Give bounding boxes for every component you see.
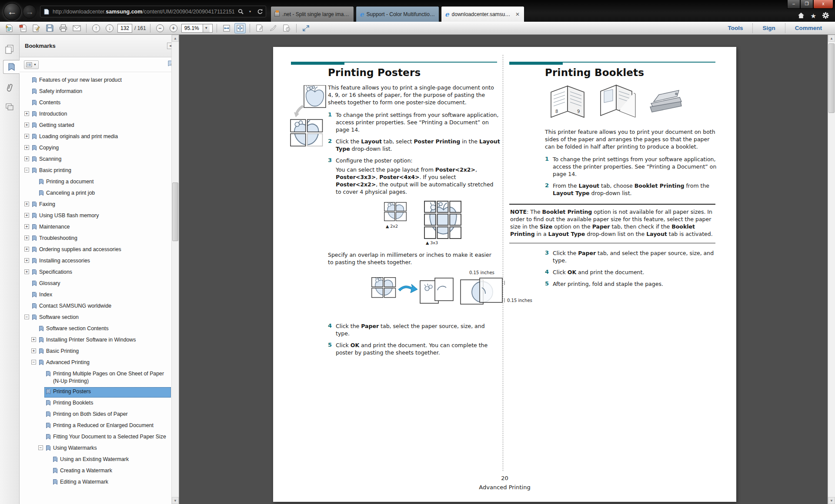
page-number-input[interactable]	[117, 24, 132, 33]
favorites-star-icon[interactable]: ★	[811, 12, 816, 20]
expand-icon[interactable]: +	[24, 202, 29, 206]
bookmark-item[interactable]: Contact SAMSUNG worldwide	[20, 301, 179, 312]
bookmark-item[interactable]: Contents	[20, 97, 179, 109]
bookmark-label[interactable]: Using an Existing Watermark	[60, 456, 129, 463]
maximize-button[interactable]: ❐	[800, 0, 813, 9]
panel-button-tools[interactable]: Tools	[718, 25, 752, 31]
expand-icon[interactable]: +	[24, 145, 29, 150]
bookmark-label[interactable]: Creating a Watermark	[60, 467, 112, 474]
expand-icon[interactable]: +	[31, 337, 36, 342]
bookmark-item[interactable]: Printing Posters	[20, 386, 179, 398]
bookmark-item[interactable]: Features of your new laser product	[20, 75, 179, 86]
bookmark-item[interactable]: + Troubleshooting	[20, 233, 179, 244]
bookmark-label[interactable]: Basic printing	[39, 167, 71, 174]
minimize-button[interactable]: –	[787, 0, 800, 9]
bookmark-item[interactable]: Printing on Both Sides of Paper	[20, 409, 179, 420]
back-button[interactable]: ←	[3, 3, 21, 20]
bookmark-label[interactable]: Editing a Watermark	[60, 478, 108, 486]
bookmark-label[interactable]: Fitting Your Document to a Selected Pape…	[53, 433, 166, 441]
collapse-icon[interactable]: −	[24, 168, 29, 172]
refresh-icon[interactable]	[256, 8, 263, 15]
bookmark-item[interactable]: Printing a document	[20, 176, 179, 188]
bookmark-label[interactable]: Introduction	[39, 110, 67, 118]
bookmark-label[interactable]: Safety information	[39, 88, 82, 95]
collapse-icon[interactable]: −	[24, 315, 29, 319]
bookmark-label[interactable]: Maintenance	[39, 223, 70, 231]
scroll-up-icon[interactable]: ▲	[172, 35, 179, 42]
bookmarks-options-button[interactable]: ▼	[24, 60, 39, 69]
expand-icon[interactable]: +	[24, 156, 29, 161]
zoom-level-select[interactable]: 95.1% ▼	[181, 24, 213, 33]
zoom-dropdown-icon[interactable]: ▼	[203, 24, 210, 32]
edit-page-icon[interactable]	[30, 23, 42, 33]
bookmark-label[interactable]: Printing Booklets	[53, 399, 93, 407]
tab-title[interactable]: .net - Split single large image i...	[282, 11, 350, 17]
bookmark-item[interactable]: − Advanced Printing	[20, 357, 179, 368]
bookmark-item[interactable]: Software section Contents	[20, 323, 179, 335]
bookmark-label[interactable]: Printing a document	[46, 178, 94, 186]
settings-gear-icon[interactable]	[822, 12, 829, 20]
expand-icon[interactable]: +	[24, 224, 29, 229]
bookmark-item[interactable]: + Introduction	[20, 109, 179, 120]
bookmark-item[interactable]: Creating a Watermark	[20, 465, 179, 477]
bookmark-item[interactable]: + Loading originals and print media	[20, 131, 179, 143]
bookmark-item[interactable]: − Using Watermarks	[20, 443, 179, 454]
bookmark-label[interactable]: Getting started	[39, 122, 74, 129]
bookmark-item[interactable]: Editing a Watermark	[20, 477, 179, 488]
search-icon[interactable]	[237, 8, 244, 15]
save-icon[interactable]	[44, 23, 55, 33]
expand-icon[interactable]: +	[24, 134, 29, 139]
expand-icon[interactable]: +	[31, 348, 36, 353]
expand-icon[interactable]: +	[24, 269, 29, 274]
bookmark-label[interactable]: Index	[39, 291, 52, 298]
adobe-document-icon[interactable]	[3, 23, 15, 33]
document-history-icon[interactable]	[281, 23, 292, 33]
bookmark-item[interactable]: Glossary	[20, 278, 179, 289]
tab-close-icon[interactable]: ✕	[514, 11, 521, 17]
bookmark-label[interactable]: Basic Printing	[46, 348, 79, 355]
bookmark-item[interactable]: Printing Multiple Pages on One Sheet of …	[20, 368, 179, 386]
document-scrollbar[interactable]: ▲ ▼	[828, 35, 835, 504]
attachments-paperclip-icon[interactable]	[3, 81, 17, 95]
bookmark-label[interactable]: Specifications	[39, 269, 72, 276]
bookmark-label[interactable]: Contents	[39, 99, 60, 106]
bookmark-item[interactable]: Printing a Reduced or Enlarged Document	[20, 420, 179, 431]
bookmark-item[interactable]: + Maintenance	[20, 222, 179, 233]
expand-icon[interactable]: +	[24, 111, 29, 116]
next-page-icon[interactable]: ↓	[104, 23, 115, 33]
bookmark-item[interactable]: + Ordering supplies and accessories	[20, 244, 179, 255]
bookmark-label[interactable]: Loading originals and print media	[39, 133, 118, 140]
email-icon[interactable]	[71, 23, 82, 33]
bookmark-item[interactable]: Index	[20, 289, 179, 301]
bookmark-item[interactable]: Canceling a print job	[20, 188, 179, 199]
bookmark-label[interactable]: Printing Posters	[53, 388, 91, 395]
fit-page-icon[interactable]	[234, 23, 246, 33]
expand-icon[interactable]: +	[24, 247, 29, 252]
expand-icon[interactable]: +	[24, 235, 29, 240]
forward-button[interactable]: →	[23, 5, 37, 19]
expand-icon[interactable]: +	[24, 123, 29, 127]
tab-title[interactable]: downloadcenter.samsung.c...	[452, 11, 512, 17]
bookmark-label[interactable]: Copying	[39, 144, 59, 152]
signature-icon[interactable]	[267, 23, 279, 33]
panel-button-sign[interactable]: Sign	[753, 25, 785, 31]
expand-icon[interactable]: +	[24, 213, 29, 218]
bookmark-label[interactable]: Canceling a print job	[46, 189, 95, 197]
panel-button-comment[interactable]: Comment	[785, 25, 832, 31]
bookmark-label[interactable]: Troubleshooting	[39, 235, 77, 242]
bookmark-label[interactable]: Scanning	[39, 156, 61, 163]
bookmark-label[interactable]: Software section Contents	[46, 325, 109, 332]
bookmark-item[interactable]: − Basic printing	[20, 165, 179, 176]
bookmark-item[interactable]: + Copying	[20, 143, 179, 154]
zoom-in-icon[interactable]: +	[168, 23, 179, 33]
bookmark-label[interactable]: Using USB flash memory	[39, 212, 99, 219]
previous-page-icon[interactable]: ↑	[90, 23, 102, 33]
fullscreen-icon[interactable]	[301, 23, 312, 33]
bookmark-label[interactable]: Installing accessories	[39, 257, 90, 265]
bookmark-label[interactable]: Features of your new laser product	[39, 76, 122, 84]
bookmark-item[interactable]: + Basic Printing	[20, 346, 179, 357]
sticky-note-icon[interactable]	[17, 23, 28, 33]
bookmark-item[interactable]: Fitting Your Document to a Selected Pape…	[20, 431, 179, 443]
url-text[interactable]: http://downloadcenter.samsung.com/conten…	[53, 9, 234, 15]
bookmark-item[interactable]: + Installing Printer Software in Windows	[20, 335, 179, 346]
